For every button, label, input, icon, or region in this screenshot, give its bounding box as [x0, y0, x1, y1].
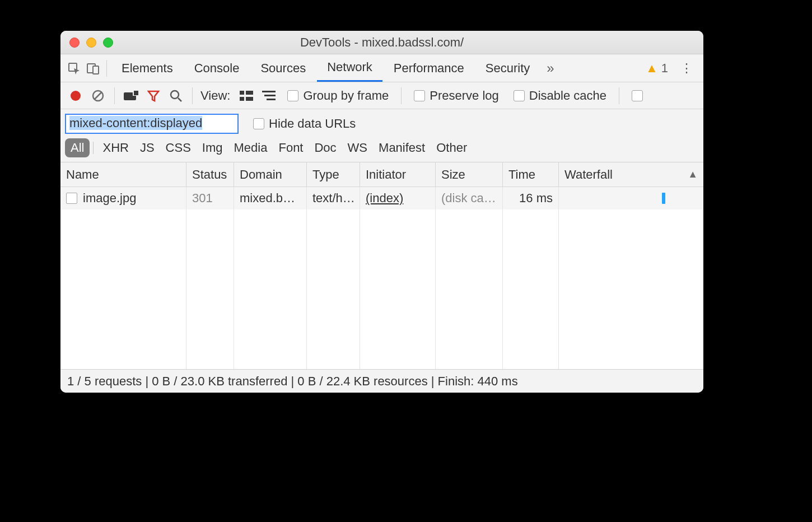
checkbox-icon — [514, 90, 525, 101]
filter-input[interactable]: mixed-content:displayed — [65, 114, 239, 134]
col-header-type[interactable]: Type — [307, 162, 360, 187]
view-label: View: — [199, 88, 234, 103]
divider — [401, 87, 402, 104]
window-title: DevTools - mixed.badssl.com/ — [60, 35, 703, 50]
col-header-size[interactable]: Size — [436, 162, 503, 187]
svg-rect-10 — [240, 91, 244, 95]
tab-network[interactable]: Network — [317, 54, 382, 82]
cell-initiator: (index) — [360, 187, 436, 209]
svg-line-4 — [95, 92, 101, 99]
screenshots-button[interactable] — [122, 86, 141, 105]
divider — [619, 87, 619, 104]
waterfall-bar — [662, 193, 665, 204]
chip-doc[interactable]: Doc — [309, 138, 342, 157]
chip-xhr[interactable]: XHR — [97, 138, 134, 157]
chip-font[interactable]: Font — [273, 138, 309, 157]
svg-rect-14 — [262, 91, 276, 92]
device-toolbar-icon[interactable] — [84, 59, 102, 77]
col-header-waterfall-label: Waterfall — [564, 167, 613, 182]
col-header-status[interactable]: Status — [186, 162, 234, 187]
chip-manifest[interactable]: Manifest — [373, 138, 431, 157]
svg-point-8 — [171, 91, 179, 99]
status-bar: 1 / 5 requests | 0 B / 23.0 KB transferr… — [60, 369, 703, 393]
chip-css[interactable]: CSS — [160, 138, 197, 157]
clear-button[interactable] — [88, 86, 108, 105]
tab-security[interactable]: Security — [475, 54, 540, 82]
cell-waterfall — [559, 187, 703, 209]
warning-icon: ▲ — [646, 61, 658, 76]
overview-button[interactable] — [259, 86, 278, 105]
chip-media[interactable]: Media — [228, 138, 273, 157]
svg-rect-12 — [240, 97, 244, 101]
more-tabs-button[interactable]: » — [541, 60, 559, 76]
checkbox-icon — [287, 90, 298, 101]
large-rows-button[interactable] — [237, 86, 256, 105]
divider — [114, 87, 115, 104]
col-header-time[interactable]: Time — [503, 162, 559, 187]
filter-bar: mixed-content:displayed Hide data URLs A… — [60, 109, 703, 162]
table-header: Name Status Domain Type Initiator Size T… — [60, 162, 703, 187]
col-header-domain[interactable]: Domain — [234, 162, 307, 187]
table-body: image.jpg 301 mixed.b… text/h… (index) (… — [60, 187, 703, 369]
chip-img[interactable]: Img — [197, 138, 228, 157]
file-icon — [66, 193, 77, 204]
col-header-name[interactable]: Name — [60, 162, 186, 187]
status-text: 1 / 5 requests | 0 B / 23.0 KB transferr… — [67, 374, 518, 389]
group-by-frame-checkbox[interactable]: Group by frame — [282, 88, 394, 103]
initiator-link[interactable]: (index) — [366, 191, 403, 206]
svg-rect-16 — [267, 99, 276, 100]
cell-name: image.jpg — [60, 187, 186, 209]
cell-domain: mixed.b… — [234, 187, 307, 209]
filter-toggle-button[interactable] — [144, 86, 163, 105]
divider — [93, 142, 94, 154]
chip-js[interactable]: JS — [134, 138, 160, 157]
svg-rect-15 — [264, 95, 276, 96]
network-toolbar: View: Group by frame Preserve log Disabl… — [60, 82, 703, 109]
offline-checkbox[interactable] — [626, 90, 643, 101]
col-header-initiator[interactable]: Initiator — [360, 162, 436, 187]
svg-rect-7 — [134, 91, 138, 95]
devtools-window: DevTools - mixed.badssl.com/ Elements Co… — [60, 31, 703, 393]
disable-cache-checkbox[interactable]: Disable cache — [508, 88, 612, 103]
hide-data-urls-label: Hide data URLs — [269, 116, 356, 131]
settings-menu-button[interactable]: ⋮ — [674, 61, 699, 76]
divider — [106, 60, 107, 77]
cell-type: text/h… — [307, 187, 360, 209]
search-button[interactable] — [166, 86, 185, 105]
svg-rect-11 — [246, 91, 253, 95]
warnings-badge[interactable]: ▲ 1 — [641, 61, 673, 76]
divider — [192, 87, 193, 104]
chip-other[interactable]: Other — [431, 138, 473, 157]
svg-rect-13 — [246, 97, 253, 101]
hide-data-urls-checkbox[interactable]: Hide data URLs — [248, 116, 361, 131]
tab-sources[interactable]: Sources — [250, 54, 316, 82]
titlebar: DevTools - mixed.badssl.com/ — [60, 31, 703, 54]
cell-name-text: image.jpg — [83, 191, 136, 206]
cell-time: 16 ms — [503, 187, 559, 209]
tab-console[interactable]: Console — [184, 54, 250, 82]
cell-status: 301 — [186, 187, 234, 209]
warning-count: 1 — [661, 61, 668, 76]
preserve-log-label: Preserve log — [430, 88, 499, 103]
col-header-waterfall[interactable]: Waterfall ▲ — [559, 162, 703, 187]
cell-size: (disk ca… — [436, 187, 503, 209]
svg-rect-2 — [93, 66, 99, 74]
resource-type-filter: All XHR JS CSS Img Media Font Doc WS Man… — [65, 134, 699, 162]
table-row[interactable]: image.jpg 301 mixed.b… text/h… (index) (… — [60, 187, 703, 209]
tab-elements[interactable]: Elements — [111, 54, 183, 82]
tab-performance[interactable]: Performance — [384, 54, 474, 82]
requests-table: Name Status Domain Type Initiator Size T… — [60, 162, 703, 369]
filter-input-value: mixed-content:displayed — [69, 116, 202, 130]
sort-asc-icon: ▲ — [688, 169, 698, 180]
checkbox-icon — [414, 90, 425, 101]
checkbox-icon — [253, 118, 264, 129]
checkbox-icon — [632, 90, 643, 101]
preserve-log-checkbox[interactable]: Preserve log — [408, 88, 505, 103]
chip-ws[interactable]: WS — [342, 138, 373, 157]
group-by-frame-label: Group by frame — [303, 88, 389, 103]
disable-cache-label: Disable cache — [529, 88, 606, 103]
inspect-element-icon[interactable] — [65, 59, 83, 77]
svg-line-9 — [178, 98, 181, 101]
chip-all[interactable]: All — [65, 138, 90, 157]
record-button[interactable] — [66, 86, 85, 105]
